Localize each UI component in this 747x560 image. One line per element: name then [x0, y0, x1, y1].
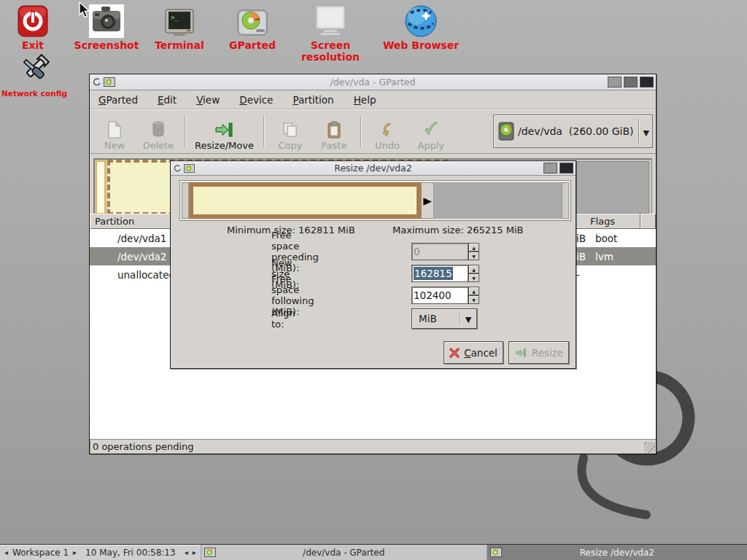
resize-grip[interactable] — [644, 442, 655, 453]
apply-button[interactable]: Apply — [409, 111, 453, 152]
toolbar: New Delete Resize/Move — [90, 109, 656, 154]
shortcut-web-browser[interactable]: Web Browser — [377, 1, 465, 51]
dialog-title: Resize /dev/vda2 — [171, 163, 576, 174]
free-space-following-field[interactable]: 102400 — [411, 287, 468, 304]
spinner — [468, 243, 479, 260]
shortcut-label: Web Browser — [377, 39, 465, 51]
swirl-icon — [92, 77, 101, 87]
copy-icon — [282, 121, 299, 139]
partition-size-block[interactable] — [189, 182, 421, 219]
partition-block-vda1[interactable] — [96, 160, 106, 214]
delete-button[interactable]: Delete — [136, 111, 180, 152]
size-fragment: iB — [576, 251, 586, 262]
shortcut-screen-resolution[interactable]: Screen resolution — [287, 1, 374, 63]
operations-pending-text: 0 operations pending — [93, 441, 194, 452]
menu-help[interactable]: Help — [354, 94, 376, 106]
paste-icon — [327, 121, 341, 139]
resize-button-disabled[interactable]: Resize — [508, 341, 569, 364]
apply-check-icon — [422, 121, 440, 139]
header-partition[interactable]: Partition — [90, 214, 180, 229]
new-size-field[interactable]: 162815 — [411, 265, 468, 282]
spin-down-icon[interactable] — [468, 252, 479, 260]
shortcut-network-config[interactable]: Network config — [0, 51, 78, 98]
menu-view[interactable]: View — [196, 94, 220, 106]
chevron-down-icon — [460, 313, 476, 324]
spin-up-icon[interactable] — [468, 243, 479, 252]
shortcut-label: Network config — [0, 89, 78, 98]
menu-gparted[interactable]: GParted — [98, 94, 138, 106]
svg-text:>_: >_ — [171, 14, 179, 21]
free-space-block — [434, 182, 562, 219]
shortcut-label: GParted — [209, 39, 296, 51]
flags-value: boot — [595, 233, 617, 244]
left-grip-handle[interactable] — [182, 182, 189, 219]
resize-move-button[interactable]: Resize/Move — [190, 111, 259, 152]
new-button[interactable]: New — [93, 111, 136, 152]
workspace-next-icon[interactable]: ▸ — [73, 548, 77, 556]
workspace-prev-icon[interactable]: ◂ — [4, 548, 8, 556]
task-prev-icon[interactable]: ◂ — [185, 548, 188, 556]
minimize-button[interactable] — [608, 77, 622, 88]
swirl-icon — [173, 164, 182, 173]
shortcut-label: Screen resolution — [287, 39, 374, 63]
taskbar-item-gparted[interactable]: /dev/vda - GParted — [201, 545, 487, 560]
resize-dialog: Resize /dev/vda2 Minimum size: 162811 Mi… — [170, 160, 576, 369]
screen-resolution-icon — [287, 1, 374, 38]
selected-text: 162815 — [414, 267, 453, 280]
dialog-close-button[interactable] — [560, 163, 573, 174]
spin-up-icon[interactable] — [468, 287, 479, 295]
gparted-mini-icon — [104, 77, 115, 87]
gparted-icon — [209, 1, 296, 38]
menu-edit[interactable]: Edit — [158, 94, 177, 106]
clock-text: 10 May, Fri 00:58:13 — [85, 548, 176, 558]
menubar: GParted Edit View Device Partition Help — [90, 90, 656, 109]
clock: 10 May, Fri 00:58:13 — [81, 545, 180, 560]
combo-value: MiB — [412, 313, 460, 324]
copy-button[interactable]: Copy — [268, 111, 312, 152]
delete-icon — [151, 121, 166, 139]
statusbar: 0 operations pending — [90, 438, 656, 454]
maximize-button[interactable] — [624, 77, 638, 88]
header-filler-end — [640, 214, 656, 229]
gparted-mini-icon — [490, 548, 502, 557]
resize-slider — [179, 180, 571, 221]
field-label: Align to: — [271, 308, 295, 330]
chevron-down-icon — [643, 125, 649, 139]
cancel-x-icon — [449, 348, 460, 358]
flags-value: lvm — [595, 251, 614, 262]
network-config-icon — [0, 51, 78, 88]
shortcut-gparted[interactable]: GParted — [209, 1, 296, 51]
device-label: /dev/vda (260.00 GiB) — [518, 125, 634, 137]
main-titlebar[interactable]: /dev/vda - GParted — [90, 74, 656, 90]
new-page-icon — [107, 121, 123, 139]
cancel-button[interactable]: Cancel — [444, 341, 503, 364]
task-next-icon[interactable]: ▸ — [193, 548, 196, 556]
dialog-minimize-button[interactable] — [543, 163, 557, 174]
undo-button[interactable]: Undo — [365, 111, 409, 152]
mouse-cursor — [77, 1, 92, 19]
dialog-titlebar[interactable]: Resize /dev/vda2 — [171, 161, 576, 176]
taskbar: ◂ Workspace 1 ▸ 10 May, Fri 00:58:13 ◂ ▸… — [0, 544, 747, 560]
menu-device[interactable]: Device — [239, 94, 273, 106]
paste-button[interactable]: Paste — [312, 111, 356, 152]
align-to-combo[interactable]: MiB — [411, 308, 477, 329]
spin-up-icon[interactable] — [468, 265, 479, 273]
resize-arrow-handle[interactable] — [421, 182, 434, 219]
menu-partition[interactable]: Partition — [293, 94, 333, 106]
spin-down-icon[interactable] — [468, 295, 479, 304]
taskbar-item-resize-dialog[interactable]: Resize /dev/vda2 — [487, 545, 747, 560]
task-scroll: ◂ ▸ — [180, 545, 201, 560]
spinner — [468, 265, 479, 282]
close-button[interactable] — [640, 77, 654, 88]
window-title: /dev/vda - GParted — [90, 77, 656, 88]
workspace-switcher[interactable]: ◂ Workspace 1 ▸ — [0, 545, 81, 560]
device-selector[interactable]: /dev/vda (260.00 GiB) — [493, 114, 653, 148]
spin-down-icon[interactable] — [468, 273, 479, 282]
device-disk-icon — [498, 122, 514, 141]
maximum-size-label: Maximum size: 265215 MiB — [392, 225, 523, 236]
desktop: Exit Screenshot >_ — [0, 0, 747, 560]
web-browser-icon — [377, 1, 465, 38]
right-grip-handle[interactable] — [562, 182, 569, 219]
workspace-label: Workspace 1 — [12, 548, 69, 558]
spinner — [468, 287, 479, 304]
